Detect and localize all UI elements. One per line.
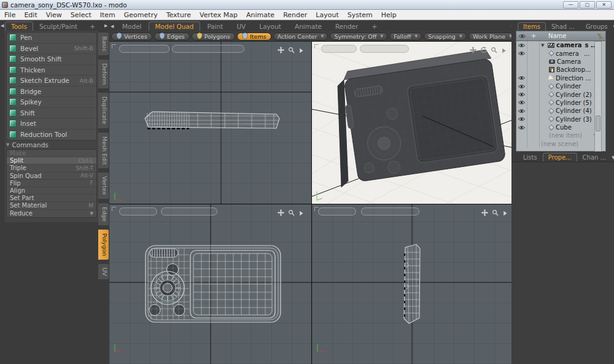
category-tab-vertex[interactable]: Vertex	[98, 172, 109, 199]
viewport-type-dropdown[interactable]	[321, 45, 357, 53]
item-row-camera[interactable]: Camera	[516, 58, 605, 66]
menu-edit[interactable]: Edit	[20, 11, 41, 19]
category-tab-polygon[interactable]: Polygon	[98, 229, 109, 260]
dropdown-action-center[interactable]: Action Center▼	[273, 33, 328, 41]
mode-button-polygons[interactable]: Polygons	[192, 33, 235, 41]
viewport-shading-dropdown[interactable]	[161, 207, 217, 215]
left-tab-[interactable]: +	[84, 21, 101, 31]
play-icon[interactable]	[298, 44, 304, 56]
visibility-eye-toggle[interactable]	[516, 82, 527, 90]
viewport-shading-dropdown[interactable]	[172, 45, 244, 53]
menu-view[interactable]: View	[42, 11, 66, 19]
dropdown-falloff[interactable]: Falloff▼	[389, 33, 422, 41]
bottom-tab-lists[interactable]: Lists	[518, 153, 543, 161]
item-row-direction[interactable]: Direction ...	[516, 74, 605, 82]
axis-filter-icon[interactable]	[596, 33, 604, 40]
item-row-camera[interactable]: camera_ ...	[516, 49, 605, 57]
item-row-new-item[interactable]: (new item)▼	[516, 131, 605, 139]
maximize-button[interactable]: ▢	[580, 1, 595, 9]
menu-layout[interactable]: Layout	[311, 11, 343, 19]
command-set-material[interactable]: Set MaterialM	[7, 202, 96, 209]
menu-geometry[interactable]: Geometry	[120, 11, 162, 19]
tool-spikey[interactable]: Spikey	[7, 97, 96, 108]
item-list-scrollbar[interactable]	[594, 41, 602, 152]
tool-smooth-shift[interactable]: Smooth Shift	[7, 54, 96, 65]
viewport-perspective[interactable]	[312, 42, 511, 204]
scrollbar-thumb[interactable]	[596, 115, 600, 131]
viewport-shading-dropdown[interactable]	[361, 207, 419, 215]
command-reduce[interactable]: Reduce▼	[7, 210, 96, 217]
workspace-tab-[interactable]: +	[365, 21, 384, 31]
rotate-icon[interactable]	[480, 44, 487, 56]
item-row-cube[interactable]: Cube	[516, 123, 605, 131]
category-tab-mesh-edit[interactable]: Mesh Edit	[98, 132, 109, 169]
visibility-eye-toggle[interactable]	[516, 115, 527, 123]
viewport-right-ortho[interactable]	[312, 204, 511, 364]
viewport-corner-widget[interactable]	[314, 44, 319, 48]
tab-overflow-icons[interactable]: ▼▶	[612, 155, 614, 161]
move-icon[interactable]	[470, 44, 476, 56]
command-set-part[interactable]: Set Part	[7, 195, 96, 202]
bottom-tab-chan[interactable]: Chan ...	[577, 153, 612, 161]
visibility-eye-toggle[interactable]	[516, 140, 527, 148]
tool-thicken[interactable]: Thicken	[7, 65, 96, 76]
category-tab-basic[interactable]: Basic	[98, 32, 109, 56]
menu-animate[interactable]: Animate	[242, 11, 279, 19]
mode-button-edges[interactable]: Edges	[154, 33, 190, 41]
item-row-backdrop[interactable]: Backdrop...	[516, 66, 605, 74]
menu-system[interactable]: System	[343, 11, 377, 19]
viewport-back-ortho[interactable]	[109, 204, 311, 364]
left-tab-tools[interactable]: Tools	[5, 21, 33, 31]
add-column-plus-icon[interactable]: +	[527, 32, 540, 40]
command-make[interactable]: Make	[7, 150, 96, 157]
workspace-tab-model-quad[interactable]: Model Quad	[149, 21, 201, 31]
minimize-button[interactable]: —	[563, 1, 578, 9]
tool-bridge[interactable]: Bridge	[7, 87, 96, 98]
visibility-eye-toggle[interactable]	[516, 99, 527, 107]
close-button[interactable]: ✕	[596, 1, 612, 9]
menu-select[interactable]: Select	[66, 11, 96, 19]
tool-bevel[interactable]: BevelShift-B	[7, 44, 96, 55]
workspace-tab-render[interactable]: Render	[328, 21, 365, 31]
category-tab-deform[interactable]: Deform	[98, 59, 109, 89]
left-tab-overflow-icon[interactable]: ▶	[104, 23, 107, 28]
panel-tab-items[interactable]: Items	[518, 22, 546, 31]
workspace-tab-uv[interactable]: UV	[230, 21, 252, 31]
dropdown-symmetry-off[interactable]: Symmetry: Off▼	[330, 33, 387, 41]
item-row-cylinder-4[interactable]: Cylinder (4)	[516, 107, 605, 115]
tool-inset[interactable]: Inset	[7, 118, 96, 130]
tool-pen[interactable]: Pen	[7, 33, 96, 44]
menu-vertex-map[interactable]: Vertex Map	[195, 11, 242, 19]
name-column-header[interactable]: Name	[540, 33, 596, 39]
item-row-cylinder[interactable]: Cylinder	[516, 82, 605, 90]
visibility-eye-toggle[interactable]	[516, 90, 527, 98]
item-row-cylinder-5[interactable]: Cylinder (5)	[516, 99, 605, 107]
visibility-eye-toggle[interactable]	[516, 74, 527, 82]
item-row-new-scene[interactable]: (new scene)	[516, 140, 605, 148]
play-icon[interactable]	[501, 44, 507, 56]
viewport-top-ortho[interactable]	[109, 42, 311, 204]
visibility-eye-toggle[interactable]	[516, 131, 527, 139]
zoom-icon[interactable]	[288, 44, 295, 56]
visibility-eye-toggle[interactable]	[516, 58, 527, 66]
menu-help[interactable]: Help	[377, 11, 401, 19]
tool-reduction-tool[interactable]: Reduction Tool	[7, 130, 96, 141]
menu-texture[interactable]: Texture	[162, 11, 195, 19]
dropdown-snapping[interactable]: Snapping▼	[424, 33, 467, 41]
workspace-tab-paint[interactable]: Paint	[200, 21, 230, 31]
viewport-type-dropdown[interactable]	[119, 207, 157, 215]
category-tab-uv[interactable]: UV	[98, 263, 109, 280]
viewport-corner-widget[interactable]	[112, 44, 116, 48]
bottom-tab-prope[interactable]: Prope...	[543, 153, 577, 161]
visibility-eye-toggle[interactable]	[516, 66, 527, 74]
visibility-eye-toggle[interactable]	[516, 107, 527, 115]
item-row-camera-s[interactable]: ▼camera_s ...	[516, 41, 605, 49]
zoom-icon[interactable]	[492, 207, 499, 219]
item-row-cylinder-3[interactable]: Cylinder (3)	[516, 115, 605, 123]
workspace-tab-animate[interactable]: Animate	[288, 21, 328, 31]
visibility-eye-toggle[interactable]	[516, 41, 527, 49]
category-tab-edge[interactable]: Edge	[98, 203, 109, 226]
viewport-type-dropdown[interactable]	[318, 207, 356, 215]
workspace-tabs-left-arrow-icon[interactable]: ◀	[111, 24, 114, 29]
command-split[interactable]: SplitCtrl-L	[7, 157, 96, 165]
